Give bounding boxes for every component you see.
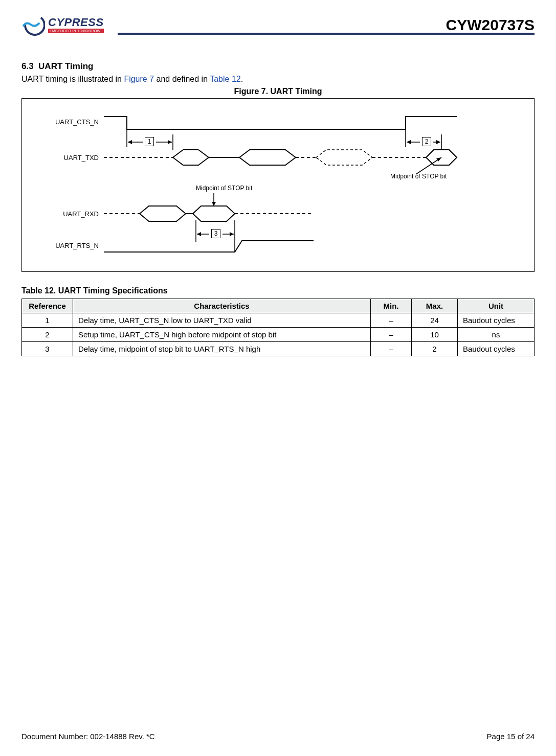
- part-number: CYW20737S: [446, 16, 535, 34]
- svg-marker-10: [407, 140, 411, 144]
- svg-marker-12: [436, 140, 440, 144]
- table-link[interactable]: Table 12: [210, 75, 241, 83]
- table-caption: Table 12. UART Timing Specifications: [21, 286, 535, 295]
- document-number: Document Number: 002-14888 Rev. *C: [21, 732, 155, 741]
- intro-paragraph: UART timing is illustrated in Figure 7 a…: [21, 75, 535, 84]
- svg-marker-6: [168, 140, 172, 144]
- col-reference: Reference: [22, 299, 73, 313]
- svg-line-14: [173, 150, 183, 157]
- timing-spec-table: Reference Characteristics Min. Max. Unit…: [21, 299, 535, 356]
- svg-marker-26: [212, 202, 216, 206]
- col-max: Max.: [412, 299, 458, 313]
- table-header-row: Reference Characteristics Min. Max. Unit: [22, 299, 535, 313]
- table-row: 3 Delay time, midpoint of stop bit to UA…: [22, 342, 535, 356]
- svg-line-16: [198, 150, 209, 157]
- figure-7: UART_CTS_N UART_TXD UART_RXD UART_RTS_N …: [21, 98, 535, 272]
- svg-marker-32: [230, 232, 234, 236]
- page-number: Page 15 of 24: [487, 732, 535, 741]
- section-heading: 6.3 UART Timing: [21, 61, 535, 72]
- col-characteristics: Characteristics: [73, 299, 371, 313]
- svg-marker-21: [436, 157, 441, 162]
- table-row: 2 Setup time, UART_CTS_N high before mid…: [22, 328, 535, 342]
- figure-caption: Figure 7. UART Timing: [21, 87, 535, 96]
- logo: CYPRESS EMBEDDED IN TOMORROW: [21, 14, 104, 36]
- page-footer: Document Number: 002-14888 Rev. *C Page …: [21, 732, 535, 741]
- figure-link[interactable]: Figure 7: [124, 75, 154, 83]
- timing-diagram: [37, 109, 518, 262]
- svg-marker-4: [128, 140, 132, 144]
- page-header: CYPRESS EMBEDDED IN TOMORROW CYW20737S: [21, 14, 535, 39]
- col-min: Min.: [371, 299, 412, 313]
- logo-text: CYPRESS: [48, 17, 104, 28]
- col-unit: Unit: [458, 299, 535, 313]
- logo-icon: [21, 14, 45, 36]
- header-rule: [118, 33, 535, 35]
- table-row: 1 Delay time, UART_CTS_N low to UART_TXD…: [22, 313, 535, 328]
- svg-marker-30: [197, 232, 201, 236]
- section-title: UART Timing: [38, 61, 93, 71]
- section-number: 6.3: [21, 61, 34, 71]
- logo-subtitle: EMBEDDED IN TOMORROW: [48, 29, 104, 33]
